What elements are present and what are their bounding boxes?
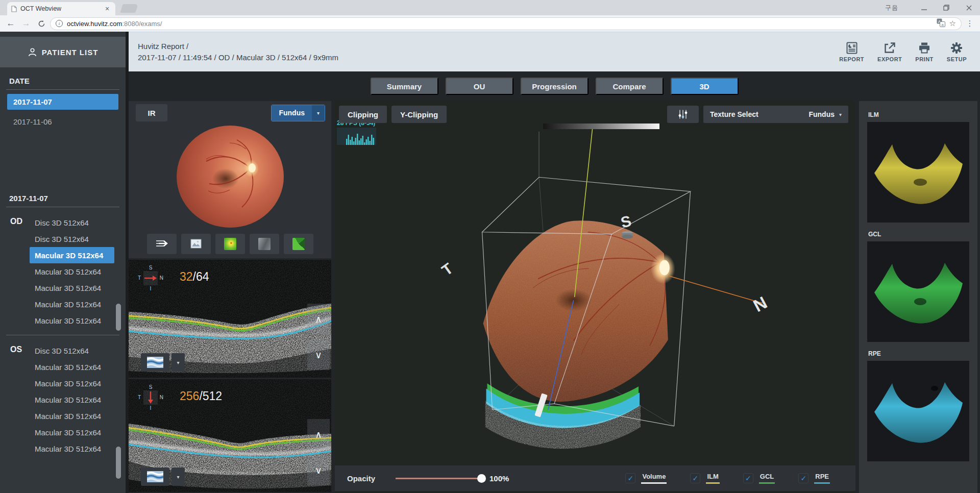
check-icon: ✓ <box>625 473 635 483</box>
render-settings-button[interactable] <box>667 106 699 123</box>
patient-list-header[interactable]: PATIENT LIST <box>0 37 126 67</box>
url-bar[interactable]: i octview.huvitz.com:8080/exams/ Aa ☆ <box>50 17 962 30</box>
exam-item[interactable]: Macular 3D 512x64 <box>30 424 114 440</box>
person-icon <box>28 47 37 57</box>
fundus-source-value: Fundus <box>272 105 312 121</box>
axis-i-label: I <box>138 286 163 291</box>
chevron-down-icon[interactable]: ∨ <box>307 339 330 370</box>
exam-item[interactable]: Macular 3D 512x64 <box>30 263 114 280</box>
check-icon: ✓ <box>743 473 753 483</box>
gray-map-button[interactable] <box>250 234 279 254</box>
volume-render-scene[interactable]: S T N <box>335 101 855 490</box>
chevron-down-icon[interactable]: ▾ <box>172 353 185 372</box>
export-button[interactable]: EXPORT <box>877 41 902 62</box>
ilm-surface-map[interactable] <box>867 122 969 223</box>
photo-overlay-button[interactable] <box>181 234 211 254</box>
browser-menu-icon[interactable]: ⋮ <box>964 19 976 28</box>
fundus-source-dropdown[interactable]: Fundus ▾ <box>271 105 325 121</box>
exam-item[interactable]: Macular 3D 512x64 <box>30 440 114 457</box>
texture-select-label: Texture Select <box>710 110 758 118</box>
od-group: OD Disc 3D 512x64 Disc 3D 512x64 Macular… <box>0 214 126 329</box>
scrollbar-thumb[interactable] <box>116 447 121 479</box>
divider <box>6 335 119 335</box>
slice-index: 32/64 <box>180 270 209 284</box>
orientation-compass: S T N I <box>138 265 163 291</box>
date-item[interactable]: 2017-11-07 <box>7 94 118 110</box>
toggle-rpe[interactable]: ✓ RPE <box>798 473 830 484</box>
chevron-up-icon[interactable]: ∧ <box>307 419 330 450</box>
gcl-surface-map[interactable] <box>867 241 969 342</box>
exam-item-selected[interactable]: Macular 3D 512x64 <box>30 247 114 263</box>
setup-button[interactable]: SETUP <box>947 41 967 62</box>
chevron-up-icon[interactable]: ∧ <box>307 304 330 334</box>
report-title-line2: 2017-11-07 / 11:49:54 / OD / Macular 3D … <box>138 52 338 63</box>
exam-item[interactable]: Macular 3D 512x64 <box>30 296 114 312</box>
y-clipping-button[interactable]: Y-Clipping <box>391 106 447 123</box>
scrollbar-thumb[interactable] <box>116 304 121 331</box>
info-icon[interactable]: i <box>56 20 63 27</box>
layer-overlay-button[interactable] <box>141 353 169 372</box>
exam-item[interactable]: Macular 3D 512x64 <box>30 312 114 329</box>
texture-select-dropdown[interactable]: Texture Select Fundus▾ <box>703 106 848 123</box>
report-button[interactable]: REPORT <box>839 41 864 62</box>
thickness-map-button[interactable] <box>215 234 245 254</box>
opacity-slider-thumb[interactable] <box>477 474 486 483</box>
clipping-button[interactable]: Clipping <box>339 106 387 123</box>
axis-n-label: N <box>160 275 163 281</box>
fundus-vessels <box>177 126 284 228</box>
slice-total: /64 <box>193 270 209 283</box>
chevron-down-icon[interactable]: ∨ <box>307 455 330 485</box>
horizontal-bscan[interactable]: S T N I 32/64 ∧ ∨ <box>129 260 331 378</box>
ir-button[interactable]: IR <box>136 104 167 121</box>
exam-item[interactable]: Macular 3D 512x64 <box>30 408 114 424</box>
exam-item[interactable]: Macular 3D 512x64 <box>30 375 114 391</box>
toggle-volume[interactable]: ✓ Volume <box>625 473 667 484</box>
layer-overlay-button[interactable] <box>141 467 169 486</box>
intensity-gradient-bar[interactable] <box>543 124 659 129</box>
fundus-photo[interactable] <box>177 126 284 228</box>
sector-map-button[interactable] <box>284 234 313 254</box>
report-title: Huvitz Report / 2017-11-07 / 11:49:54 / … <box>129 41 338 63</box>
profile-label: 구음 <box>885 4 898 12</box>
back-icon[interactable]: ← <box>4 17 17 30</box>
scan-lines-button[interactable] <box>147 234 177 254</box>
vertical-bscan[interactable]: S T N I 256/512 ∧ ∨ <box>129 379 331 492</box>
tab-3d[interactable]: 3D <box>671 78 739 95</box>
date-section-label: DATE <box>9 77 126 85</box>
tab-close-icon[interactable]: × <box>103 5 111 13</box>
tab-summary[interactable]: Summary <box>371 78 438 95</box>
toggle-gcl[interactable]: ✓ GCL <box>743 473 775 484</box>
tab-progression[interactable]: Progression <box>521 78 589 95</box>
translate-icon[interactable]: Aa <box>937 18 945 29</box>
axis-s-label: S <box>138 265 163 270</box>
toggle-ilm[interactable]: ✓ ILM <box>690 473 719 484</box>
browser-tab[interactable]: OCT Webview × <box>7 2 115 15</box>
exam-item[interactable]: Disc 3D 512x64 <box>30 214 114 231</box>
tab-compare[interactable]: Compare <box>596 78 664 95</box>
orientation-compass: S T N I <box>138 384 163 411</box>
date-item[interactable]: 2017-11-06 <box>7 114 118 130</box>
restore-icon[interactable] <box>935 0 958 15</box>
new-tab-button[interactable] <box>120 4 138 13</box>
sliders-icon <box>677 109 689 120</box>
exam-item[interactable]: Macular 3D 512x64 <box>30 280 114 296</box>
toggle-gcl-label: GCL <box>759 473 775 484</box>
check-icon: ✓ <box>798 473 808 483</box>
exam-item[interactable]: Disc 3D 512x64 <box>30 342 114 359</box>
minimize-icon[interactable] <box>913 0 935 15</box>
exam-item[interactable]: Macular 3D 512x64 <box>30 391 114 408</box>
layers-icon <box>147 471 163 482</box>
viewer-3d-bottom-bar: Opacity 100% ✓ Volume ✓ I <box>335 465 855 491</box>
bookmark-star-icon[interactable]: ☆ <box>949 19 956 28</box>
close-icon[interactable] <box>958 0 980 15</box>
opacity-slider[interactable] <box>396 478 481 479</box>
chevron-down-icon[interactable]: ▾ <box>172 467 185 486</box>
tab-ou[interactable]: OU <box>446 78 513 95</box>
forward-icon[interactable]: → <box>19 17 33 30</box>
print-button[interactable]: PRINT <box>915 41 934 62</box>
reload-icon[interactable] <box>35 17 48 30</box>
rpe-surface-map[interactable] <box>867 361 969 461</box>
exam-item[interactable]: Disc 3D 512x64 <box>30 231 114 247</box>
exam-item[interactable]: Macular 3D 512x64 <box>30 359 114 375</box>
chevron-down-icon: ▾ <box>312 105 325 121</box>
